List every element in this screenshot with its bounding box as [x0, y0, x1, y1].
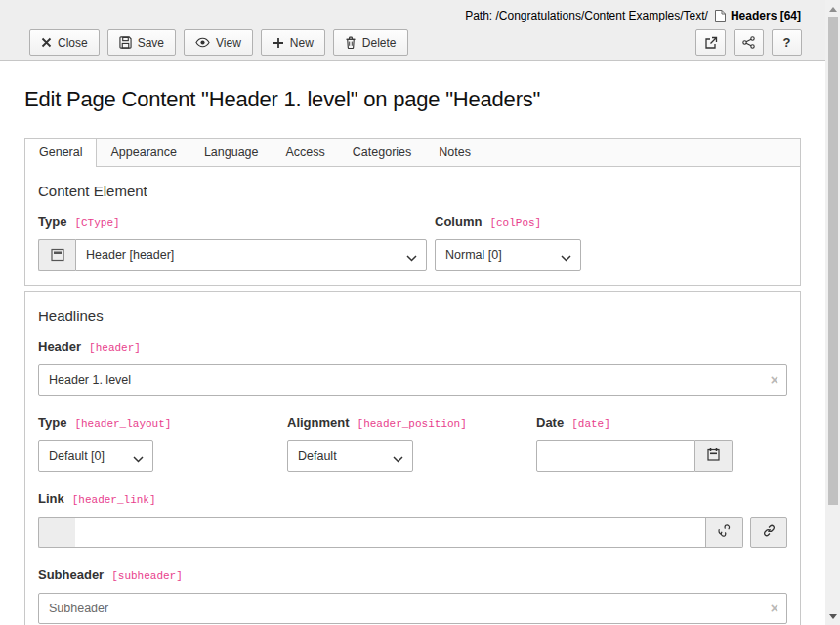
subheader-label-text: Subheader [38, 567, 104, 582]
header-content-element-icon [38, 239, 75, 271]
header-link-code: [header_link] [72, 494, 156, 506]
scroll-down-arrow[interactable] [825, 609, 840, 623]
header-label-text: Header [38, 339, 81, 354]
header-link-label: Link [header_link] [38, 491, 787, 506]
header-position-code: [header_position] [357, 418, 467, 430]
unlink-icon [717, 523, 732, 542]
chevron-down-icon [393, 452, 403, 466]
view-icon [195, 37, 210, 48]
view-button[interactable]: View [184, 29, 253, 56]
edit-form: General Appearance Language Access Categ… [24, 138, 801, 625]
share-button[interactable] [734, 29, 764, 56]
doc-header: Path: /Congratulations/Content Examples/… [0, 0, 840, 61]
subheader-input[interactable] [38, 593, 787, 624]
link-type-addon [38, 517, 75, 548]
colpos-select[interactable]: Normal [0] [435, 239, 581, 271]
chevron-down-icon [406, 251, 417, 265]
tab-appearance[interactable]: Appearance [97, 139, 189, 166]
headlines-heading: Headlines [38, 308, 787, 324]
help-icon: ? [783, 35, 791, 50]
content-element-heading: Content Element [38, 183, 787, 199]
delete-button[interactable]: Delete [333, 29, 408, 56]
ctype-label: Type [CType] [38, 214, 427, 229]
save-button[interactable]: Save [107, 29, 176, 56]
delete-button-label: Delete [362, 36, 397, 50]
tab-language[interactable]: Language [190, 139, 273, 166]
close-icon [41, 37, 52, 48]
form-tabbar: General Appearance Language Access Categ… [24, 138, 801, 166]
colpos-select-value: Normal [0] [445, 248, 502, 262]
plus-icon [273, 37, 284, 49]
date-picker-button[interactable] [695, 440, 733, 472]
new-button-label: New [290, 36, 314, 50]
tab-general[interactable]: General [24, 139, 97, 167]
subheader-label: Subheader [subheader] [38, 567, 787, 582]
header-position-select-value: Default [298, 449, 337, 463]
colpos-code: [colPos] [489, 217, 541, 229]
scroll-up-arrow[interactable] [825, 2, 840, 16]
header-position-label-text: Alignment [287, 415, 350, 430]
save-icon [119, 36, 132, 49]
date-label: Date [date] [536, 415, 785, 430]
header-layout-label: Type [header_layout] [38, 415, 287, 430]
scrollbar-thumb[interactable] [828, 17, 838, 505]
clear-header-icon[interactable]: × [771, 373, 778, 387]
tab-notes[interactable]: Notes [425, 139, 484, 166]
close-button-label: Close [58, 36, 88, 50]
section-headlines: Headlines Header [header] × Type [header… [24, 291, 801, 625]
page-title: Edit Page Content "Header 1. level" on p… [24, 87, 801, 112]
field-ctype: Type [CType] Header [header] [38, 214, 427, 271]
calendar-icon [707, 447, 720, 465]
tab-access[interactable]: Access [273, 139, 339, 166]
colpos-label-text: Column [435, 214, 482, 229]
header-link-label-text: Link [38, 491, 64, 506]
subheader-code: [subheader] [111, 570, 183, 582]
toolbar-button-group: Close Save [29, 29, 408, 56]
field-colpos: Column [colPos] Normal [0] [435, 214, 581, 271]
doc-header-toolbar: Close Save [0, 25, 825, 56]
page-document-icon [714, 9, 727, 23]
open-in-new-window-button[interactable] [695, 29, 726, 56]
trash-icon [345, 36, 357, 49]
field-header: Header [header] × [38, 339, 787, 396]
new-button[interactable]: New [261, 29, 325, 56]
link-explode-button[interactable] [706, 517, 743, 548]
record-path: Path: /Congratulations/Content Examples/… [465, 9, 708, 22]
ctype-select[interactable]: Header [header] [75, 239, 427, 271]
ctype-code: [CType] [74, 217, 119, 229]
open-external-icon [704, 36, 718, 50]
header-position-select[interactable]: Default [287, 440, 413, 472]
edit-form-main: Edit Page Content "Header 1. level" on p… [0, 87, 840, 625]
share-icon [742, 36, 755, 49]
header-layout-select-value: Default [0] [49, 449, 105, 463]
record-title: Headers [64] [731, 9, 801, 22]
chevron-down-icon [561, 251, 571, 265]
chevron-down-icon [133, 452, 144, 466]
header-code: [header] [89, 342, 141, 354]
close-button[interactable]: Close [29, 29, 100, 56]
field-date: Date [date] [536, 415, 785, 472]
field-header-link: Link [header_link] [38, 491, 787, 548]
field-header-layout: Type [header_layout] Default [0] [38, 415, 287, 472]
field-header-position: Alignment [header_position] Default [287, 415, 536, 472]
header-options-row: Type [header_layout] Default [0] Alignme… [38, 415, 787, 472]
colpos-label: Column [colPos] [435, 214, 581, 229]
header-input[interactable] [38, 364, 787, 396]
link-browser-button[interactable] [750, 517, 787, 548]
date-input[interactable] [536, 440, 695, 472]
tab-categories[interactable]: Categories [339, 139, 425, 166]
link-icon [762, 523, 777, 542]
header-position-label: Alignment [header_position] [287, 415, 536, 430]
page-scrollbar[interactable] [825, 0, 840, 625]
header-layout-select[interactable]: Default [0] [38, 440, 153, 472]
header-layout-label-text: Type [38, 415, 66, 430]
save-button-label: Save [138, 36, 164, 50]
header-link-input[interactable] [75, 517, 706, 548]
date-label-text: Date [536, 415, 564, 430]
help-button[interactable]: ? [772, 29, 802, 56]
ctype-label-text: Type [38, 214, 66, 229]
section-content-element: Content Element Type [CType] [24, 166, 801, 286]
record-path-row: Path: /Congratulations/Content Examples/… [0, 0, 825, 25]
clear-subheader-icon[interactable]: × [771, 602, 778, 615]
toolbar-right-group: ? [695, 29, 802, 56]
